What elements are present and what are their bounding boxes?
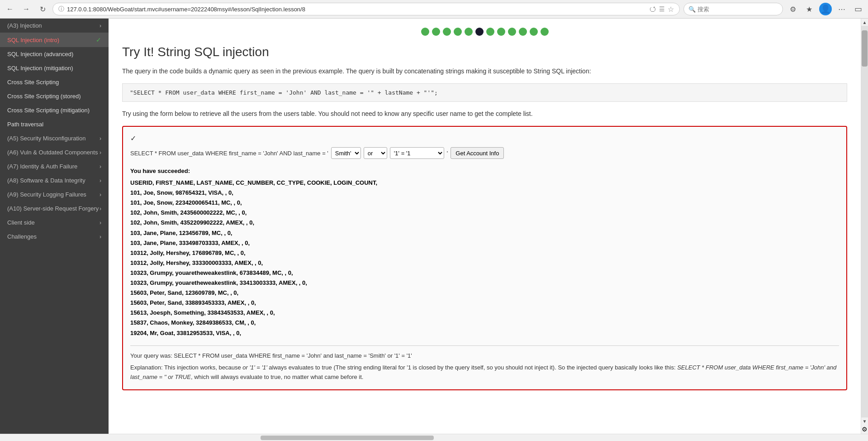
sidebar-category-a10-label: (A10) Server-side Request Forgery xyxy=(7,205,99,212)
chevron-right-icon-challenges: › xyxy=(100,234,101,240)
main-layout: (A3) Injection › SQL Injection (intro) ✓… xyxy=(0,19,868,434)
result-row: 15603, Peter, Sand, 338893453333, AMEX, … xyxy=(130,298,839,308)
result-row: 15603, Peter, Sand, 123609789, MC, , 0, xyxy=(130,288,839,298)
sql-query-prefix: SELECT * FROM user_data WHERE first_name… xyxy=(130,150,328,157)
lastname-dropdown[interactable]: Smith' Joe' John' xyxy=(331,147,361,159)
divider xyxy=(130,345,839,346)
dot-3 xyxy=(443,28,451,36)
dot-6 xyxy=(475,28,484,36)
query-was-text: Your query was: SELECT * FROM user_data … xyxy=(130,351,839,361)
dot-9 xyxy=(508,28,516,36)
sql-query-row: SELECT * FROM user_data WHERE first_name… xyxy=(130,147,839,159)
sidebar-category-a8[interactable]: (A8) Software & Data Integrity › xyxy=(0,173,109,187)
success-header: You have succeeded: xyxy=(130,166,839,176)
chevron-right-icon-a5: › xyxy=(100,135,101,142)
sidebar-item-sql-mitigation-label: SQL Injection (mitigation) xyxy=(7,65,73,72)
sidebar-category-a6-label: (A6) Vuln & Outdated Components xyxy=(7,149,98,156)
account-button[interactable]: 👤 xyxy=(819,3,832,15)
sidebar-item-sql-injection-advanced[interactable]: SQL Injection (advanced) xyxy=(0,47,109,61)
result-row: 19204, Mr, Goat, 33812953533, VISA, , 0, xyxy=(130,328,839,338)
sidebar-category-a9-label: (A9) Security Logging Failures xyxy=(7,191,86,198)
explanation-text: Explanation: This injection works, becau… xyxy=(130,363,839,382)
horizontal-scroll-thumb[interactable] xyxy=(261,436,434,440)
sidebar-section-a3[interactable]: (A3) Injection › xyxy=(0,19,109,33)
result-row: 101, Joe, Snow, 987654321, VISA, , 0, xyxy=(130,188,839,198)
browser-toolbar-icons: ⚙ ★ 👤 ⋯ ▭ xyxy=(787,3,864,15)
browser-chrome: ← → ↻ ⓘ ⭯ ☰ ☆ 🔍 ⚙ ★ 👤 ⋯ ▭ xyxy=(0,0,868,19)
forward-button[interactable]: → xyxy=(20,3,33,15)
sidebar-item-xss-mitigation[interactable]: Cross Site Scripting (mitigation) xyxy=(0,103,109,117)
get-account-button[interactable]: Get Account Info xyxy=(451,147,504,159)
more-button[interactable]: ⋯ xyxy=(835,3,848,15)
content-area: Try It! String SQL injection The query i… xyxy=(109,19,861,434)
result-row: 15613, Joesph, Something, 33843453533, A… xyxy=(130,308,839,318)
sidebar-item-path-traversal[interactable]: Path traversal xyxy=(0,117,109,131)
sidebar-item-xss-stored-label: Cross Site Scripting (stored) xyxy=(7,93,81,100)
dot-7 xyxy=(486,28,494,36)
sidebar-category-a6[interactable]: (A6) Vuln & Outdated Components › xyxy=(0,145,109,159)
result-row: 102, John, Smith, 4352209902222, AMEX, ,… xyxy=(130,218,839,228)
operator-dropdown[interactable]: or and xyxy=(364,147,387,159)
results-list: 101, Joe, Snow, 987654321, VISA, , 0,101… xyxy=(130,188,839,338)
settings-icon[interactable]: ⚙ xyxy=(862,425,868,434)
completed-check-icon: ✓ xyxy=(96,36,101,43)
page-title: Try It! String SQL injection xyxy=(122,45,847,59)
sidebar-item-sql-injection-intro[interactable]: SQL Injection (intro) ✓ xyxy=(0,33,109,47)
result-row: 101, Joe, Snow, 2234200065411, MC, , 0, xyxy=(130,198,839,208)
sidebar-item-xss-label: Cross Site Scripting xyxy=(7,79,59,86)
try-description: Try using the form below to retrieve all… xyxy=(122,109,847,119)
favorites-button[interactable]: ★ xyxy=(803,3,816,15)
sidebar-section-a3-label: (A3) Injection xyxy=(7,22,42,29)
reader-mode-icon: ☰ xyxy=(659,5,665,13)
condition-dropdown[interactable]: '1' = '1 '1' = '2 xyxy=(390,147,444,159)
url-input[interactable] xyxy=(67,6,646,13)
sidebar-item-xss[interactable]: Cross Site Scripting xyxy=(0,75,109,89)
sidebar-item-sql-injection-mitigation[interactable]: SQL Injection (mitigation) xyxy=(0,61,109,75)
sidebar-item-sql-advanced-label: SQL Injection (advanced) xyxy=(7,51,73,58)
sidebar-category-a10[interactable]: (A10) Server-side Request Forgery › xyxy=(0,201,109,216)
scroll-thumb[interactable] xyxy=(862,30,868,67)
explanation-area: Your query was: SELECT * FROM user_data … xyxy=(130,351,839,382)
info-icon: ⓘ xyxy=(58,5,64,13)
result-row: 10323, Grumpy, youaretheweakestlink, 673… xyxy=(130,268,839,278)
dot-12 xyxy=(541,28,549,36)
scroll-track[interactable] xyxy=(861,26,868,417)
sidebar-category-a5[interactable]: (A5) Security Misconfiguration › xyxy=(0,131,109,145)
sidebar-category-challenges[interactable]: Challenges › xyxy=(0,230,109,244)
sidebar-category-a9[interactable]: (A9) Security Logging Failures › xyxy=(0,187,109,201)
sidebar-category-client-side[interactable]: Client side › xyxy=(0,216,109,230)
refresh-button[interactable]: ↻ xyxy=(36,3,49,15)
sidebar-category-a8-label: (A8) Software & Data Integrity xyxy=(7,177,85,184)
sidebar-item-sql-intro-label: SQL Injection (intro) xyxy=(7,37,59,43)
sidebar-category-a7[interactable]: (A7) Identity & Auth Failure › xyxy=(0,159,109,173)
chevron-right-icon-a6: › xyxy=(100,149,101,156)
result-row: 10323, Grumpy, youaretheweakestlink, 334… xyxy=(130,278,839,288)
close-tab-button[interactable]: ▭ xyxy=(852,3,864,15)
sidebar-item-path-traversal-label: Path traversal xyxy=(7,121,43,128)
sidebar-category-a7-label: (A7) Identity & Auth Failure xyxy=(7,163,77,170)
sidebar-category-a5-label: (A5) Security Misconfiguration xyxy=(7,135,85,142)
dot-8 xyxy=(497,28,505,36)
sidebar-item-xss-mitigation-label: Cross Site Scripting (mitigation) xyxy=(7,107,90,114)
bookmark-icon[interactable]: ☆ xyxy=(668,5,674,14)
dot-1 xyxy=(421,28,429,36)
refresh-indicator: ⭯ xyxy=(649,5,656,13)
code-text: "SELECT * FROM user_data WHERE first_nam… xyxy=(130,89,438,96)
extensions-button[interactable]: ⚙ xyxy=(787,3,799,15)
scroll-down-arrow[interactable]: ▼ xyxy=(861,417,868,425)
sql-suffix: ' xyxy=(447,150,448,157)
chevron-right-icon-client: › xyxy=(100,220,101,226)
search-input[interactable] xyxy=(697,6,778,13)
sidebar-item-xss-stored[interactable]: Cross Site Scripting (stored) xyxy=(0,89,109,103)
checkmark-indicator: ✓ xyxy=(130,134,839,143)
back-button[interactable]: ← xyxy=(4,3,16,15)
search-icon: 🔍 xyxy=(688,6,696,13)
chevron-right-icon-a8: › xyxy=(100,177,101,184)
page-description: The query in the code builds a dynamic q… xyxy=(122,67,847,76)
results-area: You have succeeded: USERID, FIRST_NAME, … xyxy=(130,166,839,338)
sidebar: (A3) Injection › SQL Injection (intro) ✓… xyxy=(0,19,109,434)
scroll-up-arrow[interactable]: ▲ xyxy=(861,19,868,26)
result-row: 10312, Jolly, Hershey, 176896789, MC, , … xyxy=(130,248,839,258)
chevron-right-icon-a10: › xyxy=(100,206,101,212)
result-row: 15837, Chaos, Monkey, 32849386533, CM, ,… xyxy=(130,318,839,328)
